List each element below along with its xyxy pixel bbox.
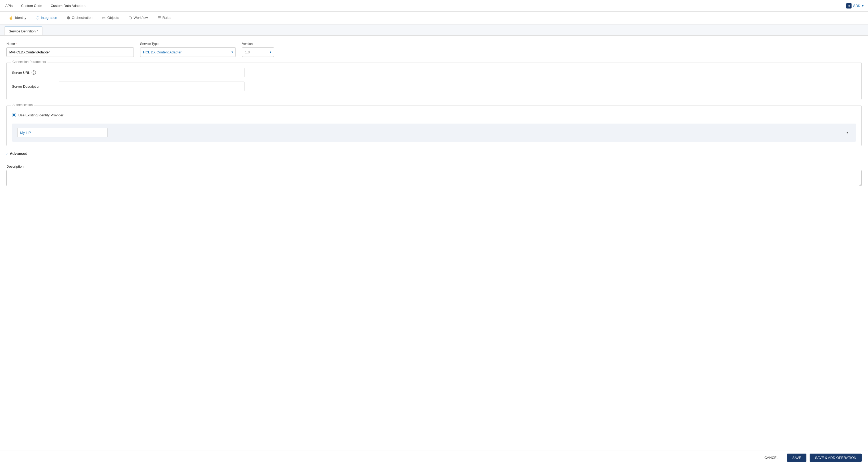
authentication-legend: Authentication xyxy=(11,103,34,107)
tab-identity-label: Identity xyxy=(15,16,26,20)
sdk-icon: ◆ xyxy=(846,3,851,8)
use-existing-idp-row: Use Existing Identity Provider xyxy=(12,111,856,119)
sdk-menu[interactable]: ◆ SDK ▾ xyxy=(846,3,864,8)
description-label: Description xyxy=(6,165,862,169)
save-button[interactable]: SAVE xyxy=(787,454,807,462)
footer-actions: CANCEL SAVE SAVE & ADD OPERATION xyxy=(0,450,868,465)
idp-selector-container: My IdP ▾ xyxy=(12,123,856,142)
integration-icon: ⬡ xyxy=(36,16,39,20)
connection-params-legend: Connection Parameters xyxy=(11,60,48,64)
name-field: Name* xyxy=(6,42,134,57)
name-input[interactable] xyxy=(6,47,134,57)
authentication-section: Authentication Use Existing Identity Pro… xyxy=(6,105,862,146)
version-label: Version xyxy=(242,42,274,46)
description-textarea[interactable] xyxy=(6,170,862,186)
idp-chevron-icon: ▾ xyxy=(846,131,848,135)
rules-icon: ☰ xyxy=(157,16,161,20)
top-nav-custom-data-adapters[interactable]: Custom Data Adapters xyxy=(50,0,87,11)
server-description-row: Server Description xyxy=(12,82,856,91)
server-description-input[interactable] xyxy=(59,82,245,91)
connection-params-content: Server URL ? Server Description xyxy=(7,62,861,100)
tab-rules[interactable]: ☰ Rules xyxy=(153,12,176,24)
objects-icon: ▭ xyxy=(102,16,106,20)
orchestration-icon: ⬢ xyxy=(67,16,70,20)
advanced-chevron-icon: › xyxy=(6,151,8,156)
use-existing-idp-label: Use Existing Identity Provider xyxy=(18,113,63,117)
connection-parameters-section: Connection Parameters Server URL ? Serve… xyxy=(6,62,862,100)
advanced-toggle[interactable]: › Advanced xyxy=(6,151,862,156)
server-description-label: Server Description xyxy=(12,85,54,88)
version-select-wrapper: 1.0 ▾ xyxy=(242,47,274,57)
tab-service-definition[interactable]: Service Definition * xyxy=(4,27,42,35)
sdk-label: SDK xyxy=(853,4,860,8)
advanced-divider xyxy=(6,159,862,159)
chevron-down-icon: ▾ xyxy=(862,4,864,8)
tab-identity[interactable]: ☝ Identity xyxy=(4,12,31,24)
tab-rules-label: Rules xyxy=(162,16,171,20)
tab-objects[interactable]: ▭ Objects xyxy=(98,12,123,24)
idp-select-wrapper: My IdP ▾ xyxy=(17,128,851,137)
tab-navigation: ☝ Identity ⬡ Integration ⬢ Orchestration… xyxy=(0,12,868,24)
use-existing-idp-radio[interactable] xyxy=(12,113,16,117)
service-definition-tab-label: Service Definition * xyxy=(9,29,38,33)
advanced-section: › Advanced Description xyxy=(6,151,862,189)
workflow-icon: ⬡ xyxy=(128,16,132,20)
tab-workflow-label: Workflow xyxy=(133,16,148,20)
service-type-label: Service Type xyxy=(140,42,236,46)
tab-integration[interactable]: ⬡ Integration xyxy=(32,12,61,24)
top-nav-apis[interactable]: APIs xyxy=(4,0,13,11)
cancel-button[interactable]: CANCEL xyxy=(759,454,784,462)
tab-workflow[interactable]: ⬡ Workflow xyxy=(124,12,152,24)
server-url-label: Server URL ? xyxy=(12,70,54,75)
tab-objects-label: Objects xyxy=(107,16,119,20)
tab-orchestration[interactable]: ⬢ Orchestration xyxy=(62,12,97,24)
description-divider xyxy=(6,189,862,189)
version-field: Version 1.0 ▾ xyxy=(242,42,274,57)
tab-integration-label: Integration xyxy=(41,16,57,20)
version-select[interactable]: 1.0 xyxy=(242,47,274,57)
main-content: Name* Service Type HCL DX Content Adapte… xyxy=(0,36,868,448)
description-field: Description xyxy=(6,165,862,187)
top-navigation: APIs Custom Code Custom Data Adapters ◆ … xyxy=(0,0,868,12)
server-url-help-icon[interactable]: ? xyxy=(32,70,36,75)
service-type-select[interactable]: HCL DX Content Adapter xyxy=(140,47,236,57)
tab-orchestration-label: Orchestration xyxy=(72,16,92,20)
idp-select[interactable]: My IdP xyxy=(17,128,107,137)
top-nav-custom-code[interactable]: Custom Code xyxy=(20,0,43,11)
service-type-field: Service Type HCL DX Content Adapter ▾ xyxy=(140,42,236,57)
authentication-content: Use Existing Identity Provider My IdP ▾ xyxy=(7,106,861,146)
form-top-row: Name* Service Type HCL DX Content Adapte… xyxy=(6,42,862,57)
service-type-select-wrapper: HCL DX Content Adapter ▾ xyxy=(140,47,236,57)
server-url-input[interactable] xyxy=(59,68,245,77)
content-tabs-bar: Service Definition * xyxy=(0,24,868,36)
advanced-label: Advanced xyxy=(10,151,28,156)
identity-icon: ☝ xyxy=(8,16,13,20)
name-label: Name* xyxy=(6,42,134,46)
server-url-row: Server URL ? xyxy=(12,68,856,77)
save-add-operation-button[interactable]: SAVE & ADD OPERATION xyxy=(810,454,862,462)
